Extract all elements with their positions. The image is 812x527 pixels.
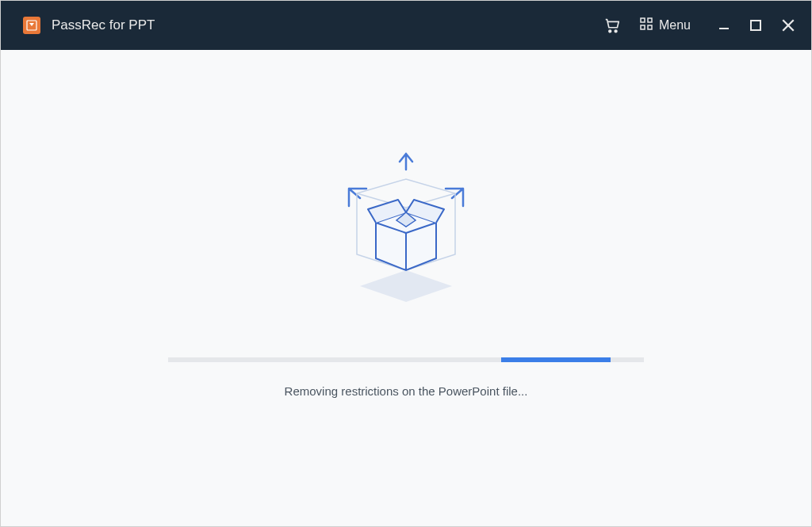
progress-fill bbox=[501, 357, 611, 362]
svg-point-2 bbox=[615, 30, 617, 32]
titlebar-controls: Menu bbox=[603, 17, 795, 34]
svg-rect-6 bbox=[648, 25, 652, 29]
app-icon bbox=[23, 17, 40, 34]
svg-rect-5 bbox=[641, 25, 645, 29]
menu-label: Menu bbox=[659, 18, 691, 32]
app-title: PassRec for PPT bbox=[52, 17, 603, 33]
minimize-button[interactable] bbox=[718, 19, 730, 32]
close-button[interactable] bbox=[781, 18, 795, 32]
titlebar: PassRec for PPT Menu bbox=[1, 1, 811, 50]
svg-point-1 bbox=[609, 30, 611, 32]
maximize-button[interactable] bbox=[749, 19, 762, 32]
svg-rect-3 bbox=[641, 18, 645, 22]
svg-rect-8 bbox=[751, 21, 760, 30]
cart-icon[interactable] bbox=[603, 17, 621, 34]
status-text: Removing restrictions on the PowerPoint … bbox=[285, 384, 528, 398]
menu-grid-icon bbox=[640, 17, 653, 33]
svg-rect-4 bbox=[648, 18, 652, 22]
box-illustration bbox=[327, 147, 485, 326]
menu-button[interactable]: Menu bbox=[640, 17, 691, 33]
main-content: Removing restrictions on the PowerPoint … bbox=[1, 50, 811, 526]
progress-bar bbox=[168, 357, 644, 362]
